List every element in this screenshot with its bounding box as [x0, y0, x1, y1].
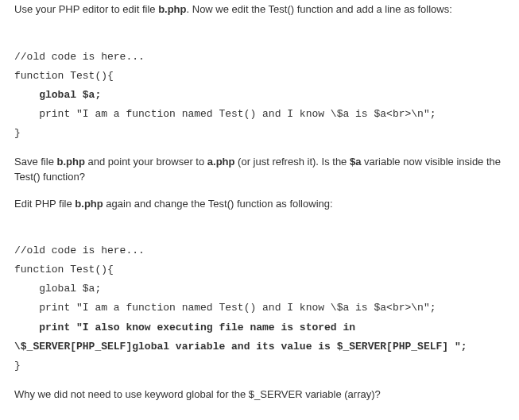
intro-text-1: Use your PHP editor to edit file [14, 3, 158, 15]
mid1-t5: (or just refresh it). Is the [234, 156, 350, 168]
code2-line3: global $a; [14, 283, 101, 295]
code-block-2: //old code is here... function Test(){ g… [14, 222, 505, 375]
code1-line5: } [14, 127, 21, 139]
code2-line1: //old code is here... [14, 245, 145, 256]
mid2-t1: Edit PHP file [14, 198, 75, 210]
code1-line1: //old code is here... [14, 51, 145, 63]
code2-line2: function Test(){ [14, 264, 114, 276]
mid1-bphp: b.php [56, 156, 84, 168]
mid1-t1: Save file [14, 156, 56, 168]
middle-paragraph-1: Save file b.php and point your browser t… [14, 154, 505, 185]
code1-line3: global $a; [14, 89, 101, 101]
code2-line5a: print "I also know executing file name i… [14, 322, 355, 333]
intro-paragraph: Use your PHP editor to edit file b.php. … [14, 2, 505, 17]
question-paragraph: Why we did not need to use keyword globa… [14, 387, 505, 403]
code1-line2: function Test(){ [14, 70, 114, 82]
mid1-t3: and point your browser to [85, 156, 207, 168]
mid2-t3: again and change the Test() function as … [103, 198, 333, 210]
intro-filename: b.php [158, 3, 186, 15]
intro-text-3: . Now we edit the Test() function and ad… [187, 3, 452, 15]
code2-line5b: \$_SERVER[PHP_SELF]global variable and i… [14, 341, 467, 353]
code2-line4: print "I am a function named Test() and … [14, 302, 436, 314]
middle-paragraph-2: Edit PHP file b.php again and change the… [14, 196, 505, 212]
mid1-aphp: a.php [207, 156, 235, 168]
code1-line4: print "I am a function named Test() and … [14, 108, 436, 120]
code2-line6: } [14, 360, 21, 372]
question-text: Why we did not need to use keyword globa… [14, 388, 381, 400]
code-block-1: //old code is here... function Test(){ g… [14, 29, 505, 143]
mid1-var: $a [350, 156, 361, 168]
mid2-bphp: b.php [75, 198, 103, 210]
